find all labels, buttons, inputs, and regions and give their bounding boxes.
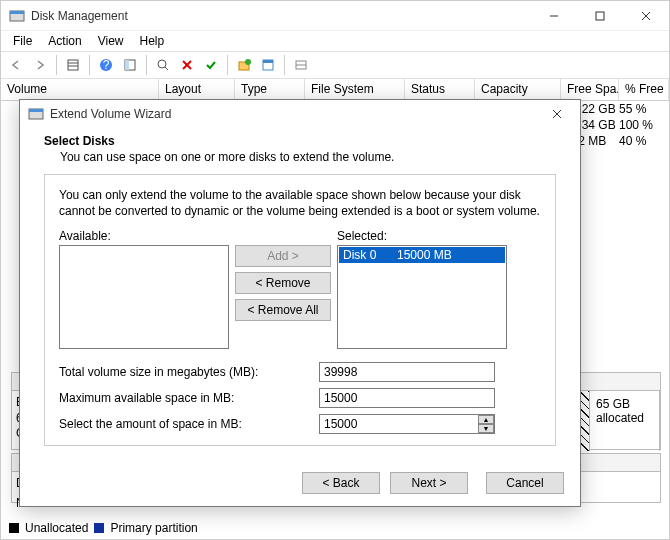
col-layout[interactable]: Layout [159,79,235,100]
list-layout-icon[interactable] [290,54,312,76]
available-listbox[interactable] [59,245,229,349]
remove-button[interactable]: < Remove [235,272,331,294]
close-button[interactable] [623,1,669,31]
col-capacity[interactable]: Capacity [475,79,561,100]
max-space-field [319,388,495,408]
svg-text:?: ? [103,58,110,72]
forward-icon[interactable] [29,54,51,76]
column-headers: Volume Layout Type File System Status Ca… [1,79,669,101]
titlebar: Disk Management [1,1,669,31]
swatch-primary [94,523,104,533]
dialog-icon [28,106,44,122]
back-button[interactable]: < Back [302,472,380,494]
svg-rect-12 [125,60,129,70]
svg-line-14 [165,67,168,70]
col-fs[interactable]: File System [305,79,405,100]
new-volume-icon[interactable] [233,54,255,76]
total-size-label: Total volume size in megabytes (MB): [59,365,319,379]
menu-view[interactable]: View [90,32,132,50]
select-amount-input[interactable] [319,414,495,434]
swatch-unallocated [9,523,19,533]
dialog-subtitle: You can use space on one or more disks t… [44,150,556,164]
app-icon [9,8,25,24]
check-icon[interactable] [200,54,222,76]
dialog-explanation: You can only extend the volume to the av… [59,187,541,219]
svg-rect-3 [596,12,604,20]
help-icon[interactable]: ? [95,54,117,76]
menu-help[interactable]: Help [132,32,173,50]
spin-down-button[interactable]: ▼ [478,424,494,433]
spin-up-button[interactable]: ▲ [478,415,494,424]
col-status[interactable]: Status [405,79,475,100]
total-size-field [319,362,495,382]
panel-icon[interactable] [119,54,141,76]
back-icon[interactable] [5,54,27,76]
col-pct[interactable]: % Free [619,79,669,100]
select-amount-label: Select the amount of space in MB: [59,417,319,431]
dialog-title: Extend Volume Wizard [50,107,542,121]
properties-icon[interactable] [257,54,279,76]
view-list-icon[interactable] [62,54,84,76]
svg-rect-20 [263,60,273,63]
next-button[interactable]: Next > [390,472,468,494]
col-volume[interactable]: Volume [1,79,159,100]
svg-rect-6 [68,60,78,70]
add-button[interactable]: Add > [235,245,331,267]
available-label: Available: [59,229,229,243]
maximize-button[interactable] [577,1,623,31]
minimize-button[interactable] [531,1,577,31]
dialog-heading: Select Disks [44,134,556,148]
window-title: Disk Management [31,9,531,23]
col-free[interactable]: Free Spa... [561,79,619,100]
cancel-button[interactable]: Cancel [486,472,564,494]
delete-icon[interactable] [176,54,198,76]
selected-label: Selected: [337,229,507,243]
col-type[interactable]: Type [235,79,305,100]
search-icon[interactable] [152,54,174,76]
dialog-close-button[interactable] [542,102,572,126]
menubar: File Action View Help [1,31,669,51]
svg-rect-1 [10,11,24,14]
selected-listbox[interactable]: Disk 0 15000 MB [337,245,507,349]
menu-file[interactable]: File [5,32,40,50]
legend: Unallocated Primary partition [9,521,198,535]
svg-point-13 [158,60,166,68]
remove-all-button[interactable]: < Remove All [235,299,331,321]
toolbar: ? [1,51,669,79]
menu-action[interactable]: Action [40,32,89,50]
wizard-dialog: Extend Volume Wizard Select Disks You ca… [19,99,581,507]
svg-rect-24 [29,109,43,112]
svg-point-18 [245,59,251,65]
selected-item[interactable]: Disk 0 15000 MB [339,247,505,263]
max-space-label: Maximum available space in MB: [59,391,319,405]
